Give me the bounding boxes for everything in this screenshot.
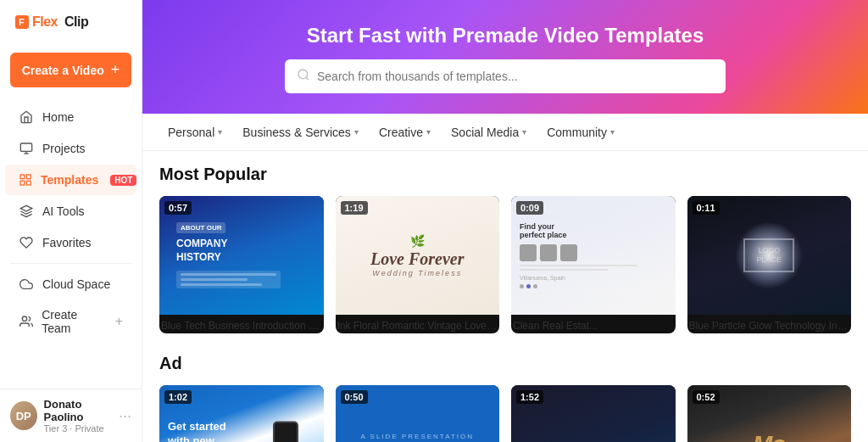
team-icon [19, 314, 33, 329]
dot [520, 284, 524, 288]
create-video-button[interactable]: Create a Video + [10, 53, 131, 87]
card-title: Clean Real Estat... [511, 315, 676, 333]
user-tier: Tier 3 · Private [44, 423, 119, 434]
home-icon [19, 109, 34, 125]
template-card[interactable]: 1:52 2025 TECHNOLOGY SUMMIT LIVE STREAM … [511, 385, 676, 442]
projects-label: Projects [42, 142, 86, 155]
nav-section: Home Projects Templates HOT [0, 94, 142, 389]
templates-icon [19, 172, 32, 187]
svg-rect-9 [26, 181, 31, 185]
logo: F Flex Clip [14, 10, 107, 39]
dot [533, 284, 537, 288]
card-duration: 1:52 [516, 390, 543, 404]
category-personal[interactable]: Personal ▾ [159, 120, 231, 144]
create-team-label: Create Team [42, 308, 106, 335]
community-chevron-icon: ▾ [610, 127, 615, 137]
motion-title-text: Mo [753, 431, 785, 442]
company-badge: ABOUT OUR [176, 222, 225, 233]
user-details: Donato Paolino Tier 3 · Private [44, 398, 119, 434]
hot-badge: HOT [110, 175, 136, 186]
ai-tools-label: AI Tools [42, 204, 85, 218]
realestate-dots [520, 284, 537, 288]
sidebar: F Flex Clip Create a Video + Home [0, 0, 142, 442]
category-creative[interactable]: Creative ▾ [370, 120, 439, 144]
flower-accent: 🌿 [410, 234, 425, 248]
category-social-media[interactable]: Social Media ▾ [442, 120, 535, 144]
category-nav: Personal ▾ Business & Services ▾ Creativ… [142, 114, 868, 151]
svg-rect-8 [26, 175, 31, 179]
card-duration: 0:57 [164, 201, 192, 215]
wedding-title-text: Love Forever [370, 249, 465, 269]
hero-banner: Start Fast with Premade Video Templates [142, 0, 868, 114]
template-card[interactable]: 0:50 A SLIDE PRESENTATION ABOUT THE COMP… [336, 385, 500, 442]
template-card[interactable]: 0:09 Find yourperfect place Villanueva, … [511, 196, 676, 333]
cloud-space-label: Cloud Space [42, 277, 110, 291]
category-community[interactable]: Community ▾ [538, 120, 623, 144]
template-card[interactable]: 0:11 LOGOPLACE Blue Particle Glow Techno… [687, 196, 852, 333]
social-media-chevron-icon: ▾ [522, 127, 526, 137]
card-duration: 1:19 [341, 201, 368, 215]
card-title: Blue Particle Glow Technology Intro Logo [687, 315, 852, 333]
search-input[interactable] [317, 70, 714, 83]
favorites-icon [19, 235, 34, 250]
sidebar-item-favorites[interactable]: Favorites [5, 227, 136, 258]
personal-label: Personal [168, 126, 214, 139]
template-card[interactable]: 1:02 Get startedwith newfunctions Get st… [159, 385, 324, 442]
social-media-label: Social Media [451, 126, 519, 139]
most-popular-grid: 0:57 ABOUT OUR COMPANYHISTORY Blue Tech … [159, 196, 851, 333]
card-duration: 1:02 [164, 390, 192, 404]
template-content: Most Popular 0:57 ABOUT OUR COMPANYHISTO… [142, 151, 868, 442]
card-duration: 0:50 [341, 390, 368, 404]
add-team-icon: + [115, 314, 123, 329]
ad-section: Ad 1:02 Get startedwith newfunctions Get… [159, 354, 851, 442]
sidebar-item-home[interactable]: Home [5, 102, 136, 132]
card-title: Ink Floral Romantic Vintage Love Wedding… [336, 315, 500, 333]
user-info: DP Donato Paolino Tier 3 · Private [10, 398, 119, 434]
search-bar [285, 59, 726, 93]
svg-rect-4 [20, 143, 31, 151]
business-label: Business & Services [242, 126, 351, 139]
realestate-location: Villanueva, Spain [520, 275, 565, 281]
favorites-label: Favorites [42, 236, 92, 249]
create-video-label: Create a Video [22, 64, 104, 77]
creative-label: Creative [379, 126, 423, 139]
svg-point-11 [22, 316, 26, 321]
category-business[interactable]: Business & Services ▾ [234, 120, 367, 144]
user-name: Donato Paolino [44, 398, 119, 423]
svg-rect-7 [20, 175, 25, 179]
home-label: Home [42, 110, 74, 124]
slide-pre-title: A SLIDE PRESENTATION [360, 433, 474, 440]
personal-chevron-icon: ▾ [218, 127, 222, 137]
nav-divider [10, 263, 131, 264]
template-card[interactable]: 0:52 Mo Motion Template [687, 385, 852, 442]
main-content: Start Fast with Premade Video Templates … [142, 0, 868, 442]
ai-tools-icon [19, 204, 34, 219]
community-label: Community [547, 126, 607, 139]
phone-mockup [273, 422, 298, 443]
business-chevron-icon: ▾ [354, 127, 359, 137]
sidebar-item-templates[interactable]: Templates HOT [5, 165, 136, 195]
svg-text:Flex: Flex [32, 14, 58, 29]
sidebar-item-create-team[interactable]: Create Team + [5, 300, 136, 343]
company-title-text: COMPANYHISTORY [176, 238, 227, 264]
most-popular-title: Most Popular [159, 165, 851, 184]
card-duration: 0:52 [693, 390, 720, 404]
svg-line-13 [306, 77, 309, 80]
card-duration: 0:11 [693, 201, 720, 215]
plus-icon: + [111, 61, 120, 79]
realestate-tagline: Find yourperfect place [520, 222, 567, 239]
more-options-button[interactable]: ··· [119, 407, 131, 425]
sidebar-item-projects[interactable]: Projects [5, 133, 136, 164]
sidebar-item-ai-tools[interactable]: AI Tools [5, 196, 136, 227]
apppromo-title: Get startedwith newfunctions [168, 420, 226, 442]
template-card[interactable]: 1:19 🌿 Love Forever Wedding Timeless Ink… [336, 196, 500, 333]
ad-section-title: Ad [159, 354, 851, 373]
avatar: DP [10, 401, 37, 430]
template-card[interactable]: 0:57 ABOUT OUR COMPANYHISTORY Blue Tech … [159, 196, 324, 333]
templates-label: Templates [41, 173, 98, 187]
most-popular-section: Most Popular 0:57 ABOUT OUR COMPANYHISTO… [159, 165, 851, 333]
svg-text:Clip: Clip [64, 14, 89, 29]
ad-grid: 1:02 Get startedwith newfunctions Get st… [159, 385, 851, 442]
sidebar-item-cloud-space[interactable]: Cloud Space [5, 269, 136, 299]
creative-chevron-icon: ▾ [426, 127, 431, 137]
